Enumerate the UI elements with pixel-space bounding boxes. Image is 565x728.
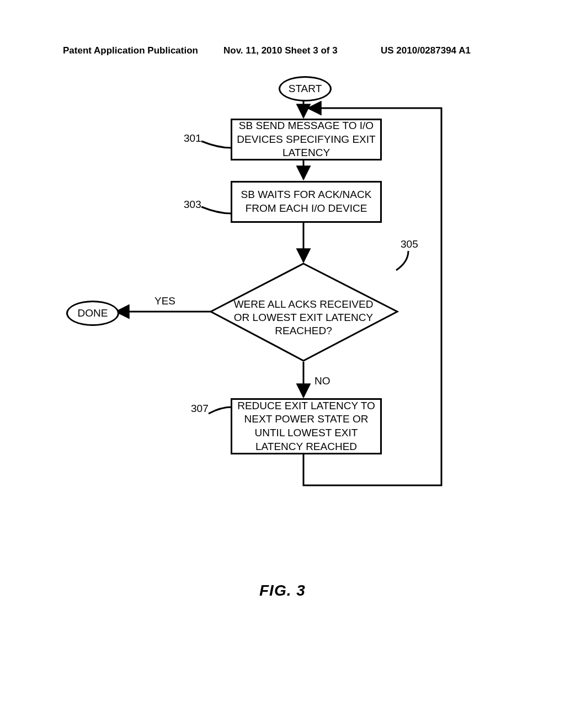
terminal-done-label: DONE [78,307,108,319]
process-303-text: SB WAITS FOR ACK/NACK FROM EACH I/O DEVI… [232,188,380,215]
process-301-text: SB SEND MESSAGE TO I/O DEVICES SPECIFYIN… [232,119,380,160]
flow-connectors [0,0,565,728]
process-303: SB WAITS FOR ACK/NACK FROM EACH I/O DEVI… [231,181,382,223]
process-307-text: REDUCE EXIT LATENCY TO NEXT POWER STATE … [232,399,380,454]
decision-305-text: WERE ALL ACKS RECEIVED OR LOWEST EXIT LA… [232,298,375,337]
ref-305: 305 [401,238,418,250]
terminal-done: DONE [66,301,119,326]
branch-yes: YES [154,295,175,307]
figure-label: FIG. 3 [259,582,306,599]
ref-307: 307 [191,403,209,415]
terminal-start-label: START [289,83,322,95]
process-307: REDUCE EXIT LATENCY TO NEXT POWER STATE … [231,398,382,454]
branch-no: NO [315,375,331,387]
terminal-start: START [279,76,332,101]
ref-303: 303 [184,199,201,211]
process-301: SB SEND MESSAGE TO I/O DEVICES SPECIFYIN… [231,119,382,160]
ref-301: 301 [184,132,201,144]
